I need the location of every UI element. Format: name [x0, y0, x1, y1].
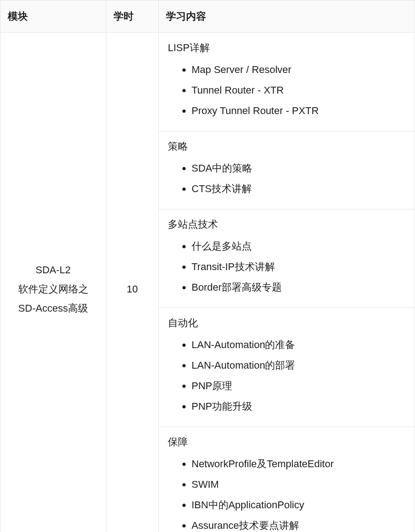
module-line: SD-Access高级	[8, 299, 99, 318]
content-section: 策略 SDA中的策略 CTS技术讲解	[159, 131, 415, 209]
curriculum-table: 模块 学时 学习内容 SDA-L2 软件定义网络之 SD-Access高级 10…	[0, 0, 415, 532]
content-section: 自动化 LAN-Automation的准备 LAN-Automation的部署 …	[159, 308, 415, 427]
table-header-row: 模块 学时 学习内容	[0, 0, 415, 33]
section-title: 多站点技术	[168, 218, 405, 231]
section-title: 自动化	[168, 316, 405, 330]
list-item: 什么是多站点	[192, 236, 405, 256]
section-list: Map Server / Resolver Tunnel Router - XT…	[168, 59, 405, 121]
list-item: Border部署高级专题	[192, 277, 405, 297]
section-list: SDA中的策略 CTS技术讲解	[168, 158, 405, 199]
content-section: LISP详解 Map Server / Resolver Tunnel Rout…	[159, 33, 415, 131]
hours-cell: 10	[106, 33, 159, 532]
module-line: 软件定义网络之	[8, 280, 99, 299]
list-item: PNP功能升级	[192, 396, 405, 417]
header-content: 学习内容	[159, 0, 415, 33]
header-module: 模块	[0, 0, 106, 33]
content-section: 保障 NetworkProfile及TemplateEditor SWIM IB…	[159, 427, 415, 532]
section-title: LISP详解	[168, 41, 405, 55]
list-item: Tunnel Router - XTR	[192, 80, 405, 100]
list-item: Proxy Tunnel Router - PXTR	[192, 100, 405, 121]
list-item: CTS技术讲解	[192, 178, 405, 199]
section-list: LAN-Automation的准备 LAN-Automation的部署 PNP原…	[168, 334, 405, 417]
list-item: SWIM	[192, 474, 405, 495]
content-cell: LISP详解 Map Server / Resolver Tunnel Rout…	[159, 33, 415, 532]
list-item: PNP原理	[192, 376, 405, 396]
list-item: Assurance技术要点讲解	[192, 515, 405, 532]
list-item: Map Server / Resolver	[192, 59, 405, 80]
module-line: SDA-L2	[8, 261, 99, 280]
section-list: 什么是多站点 Transit-IP技术讲解 Border部署高级专题	[168, 236, 405, 297]
list-item: Transit-IP技术讲解	[192, 256, 405, 277]
section-title: 策略	[168, 140, 405, 153]
list-item: IBN中的ApplicationPolicy	[192, 495, 405, 515]
table-row: SDA-L2 软件定义网络之 SD-Access高级 10 LISP详解 Map…	[0, 33, 415, 532]
module-cell: SDA-L2 软件定义网络之 SD-Access高级	[0, 33, 106, 532]
list-item: SDA中的策略	[192, 158, 405, 178]
header-hours: 学时	[106, 0, 159, 33]
list-item: LAN-Automation的准备	[192, 334, 405, 355]
list-item: NetworkProfile及TemplateEditor	[192, 454, 405, 474]
list-item: LAN-Automation的部署	[192, 355, 405, 376]
section-title: 保障	[168, 435, 405, 449]
section-list: NetworkProfile及TemplateEditor SWIM IBN中的…	[168, 454, 405, 532]
content-section: 多站点技术 什么是多站点 Transit-IP技术讲解 Border部署高级专题	[159, 209, 415, 308]
